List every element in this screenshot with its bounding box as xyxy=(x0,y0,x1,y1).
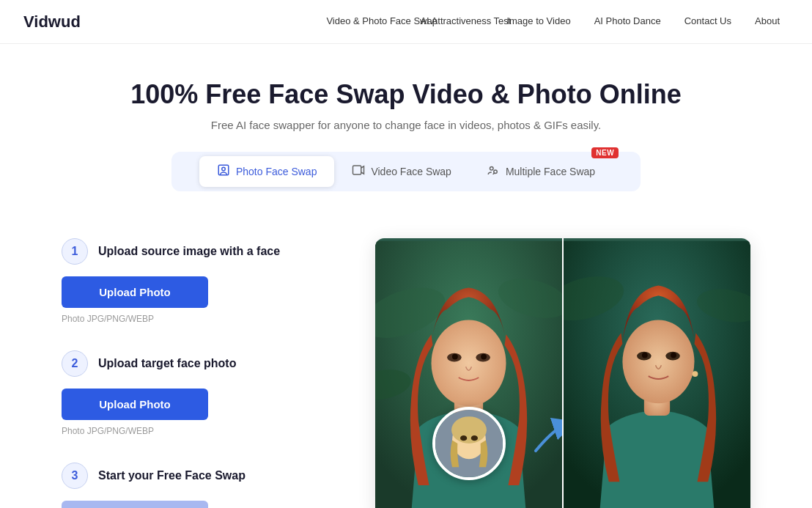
svg-point-24 xyxy=(622,320,694,404)
nav-video-photo-face-swap[interactable]: Video & Photo Face Swap xyxy=(317,11,405,32)
nav-image-to-video[interactable]: Image to Video xyxy=(498,11,579,32)
svg-point-19 xyxy=(470,435,477,441)
svg-point-10 xyxy=(432,320,506,407)
result-preview xyxy=(564,238,750,508)
step-1: 1 Upload source image with a face Upload… xyxy=(62,238,340,324)
step-2-title: Upload target face photo xyxy=(98,357,236,370)
step-1-number: 1 xyxy=(62,238,88,265)
multiple-swap-icon xyxy=(487,163,500,180)
svg-point-28 xyxy=(642,353,648,358)
step-2: 2 Upload target face photo Upload Photo … xyxy=(62,350,340,436)
step-2-hint: Photo JPG/PNG/WEBP xyxy=(62,426,340,436)
step-1-header: 1 Upload source image with a face xyxy=(62,238,340,265)
swap-face-button[interactable]: Swap Face Now xyxy=(62,501,208,508)
nav-ai-photo-dance[interactable]: AI Photo Dance xyxy=(586,11,670,32)
video-swap-icon xyxy=(352,163,365,180)
tab-multiple-face-swap[interactable]: Multiple Face Swap NEW xyxy=(469,156,613,187)
step-2-number: 2 xyxy=(62,350,88,377)
svg-rect-2 xyxy=(353,166,361,174)
svg-point-18 xyxy=(460,435,467,441)
hero-title: 100% Free Face Swap Video & Photo Online xyxy=(18,79,794,110)
tab-photo-label: Photo Face Swap xyxy=(236,166,317,177)
main-content: 1 Upload source image with a face Upload… xyxy=(3,209,809,508)
tab-multiple-label: Multiple Face Swap xyxy=(506,166,595,177)
nav-about[interactable]: About xyxy=(746,11,789,32)
tab-photo-face-swap[interactable]: Photo Face Swap xyxy=(199,156,335,187)
tab-video-label: Video Face Swap xyxy=(371,166,451,177)
step-1-hint: Photo JPG/PNG/WEBP xyxy=(62,314,340,324)
svg-point-1 xyxy=(222,167,226,171)
step-2-header: 2 Upload target face photo xyxy=(62,350,340,377)
tab-video-face-swap[interactable]: Video Face Swap xyxy=(334,156,468,187)
logo[interactable]: Vidwud xyxy=(23,12,81,32)
svg-point-17 xyxy=(451,416,487,443)
svg-point-3 xyxy=(490,167,493,171)
hero-section: 100% Free Face Swap Video & Photo Online… xyxy=(0,44,812,209)
preview-panel xyxy=(375,238,750,508)
tabs-container: Photo Face Swap Video Face Swap Multip xyxy=(171,152,641,191)
navbar: Vidwud Video & Photo Face Swap AI Attrac… xyxy=(0,0,812,44)
upload-source-photo-button[interactable]: Upload Photo xyxy=(62,276,208,308)
nav-links: Video & Photo Face Swap AI Attractivenes… xyxy=(317,11,789,32)
new-badge: NEW xyxy=(591,147,619,158)
svg-point-29 xyxy=(671,353,676,358)
svg-point-13 xyxy=(452,354,458,360)
step-3-number: 3 xyxy=(62,463,88,489)
svg-point-14 xyxy=(481,354,487,360)
steps-panel: 1 Upload source image with a face Upload… xyxy=(62,238,340,508)
source-preview xyxy=(375,238,562,508)
step-3-title: Start your Free Face Swap xyxy=(98,469,246,482)
circle-thumbnail xyxy=(432,407,506,480)
photo-swap-icon xyxy=(217,163,230,180)
step-1-title: Upload source image with a face xyxy=(98,245,280,258)
upload-target-photo-button[interactable]: Upload Photo xyxy=(62,389,208,420)
step-3: 3 Start your Free Face Swap Swap Face No… xyxy=(62,463,340,508)
hero-subtitle: Free AI face swapper for anyone to chang… xyxy=(18,119,794,131)
svg-point-25 xyxy=(693,371,698,377)
nav-contact-us[interactable]: Contact Us xyxy=(676,11,740,32)
nav-ai-attractiveness-test[interactable]: AI Attractiveness Test xyxy=(411,11,492,32)
step-3-header: 3 Start your Free Face Swap xyxy=(62,463,340,489)
